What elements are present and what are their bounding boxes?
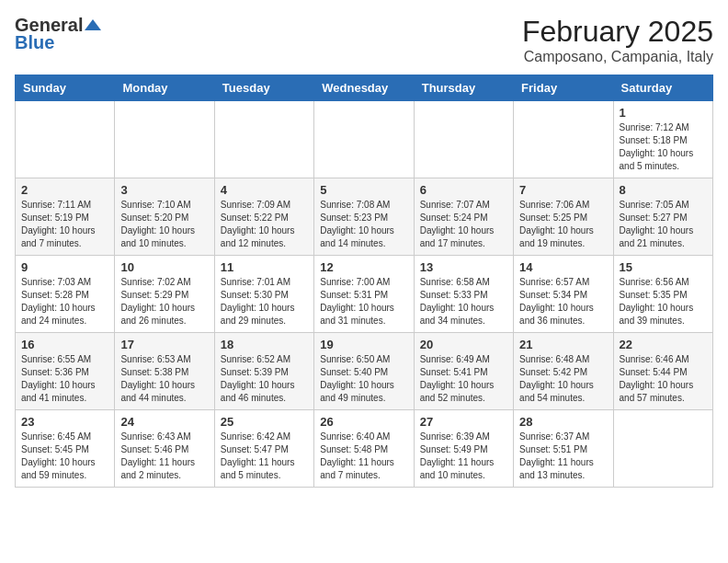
calendar-cell: 11Sunrise: 7:01 AM Sunset: 5:30 PM Dayli… xyxy=(214,256,313,333)
day-number: 15 xyxy=(620,260,707,274)
day-number: 1 xyxy=(620,106,707,120)
day-info: Sunrise: 6:52 AM Sunset: 5:39 PM Dayligh… xyxy=(221,353,308,405)
calendar-cell: 12Sunrise: 7:00 AM Sunset: 5:31 PM Dayli… xyxy=(314,256,414,333)
day-info: Sunrise: 6:55 AM Sunset: 5:36 PM Dayligh… xyxy=(21,353,108,405)
day-info: Sunrise: 7:12 AM Sunset: 5:18 PM Dayligh… xyxy=(620,121,707,173)
calendar-header-thursday: Thursday xyxy=(414,75,513,101)
calendar-cell: 14Sunrise: 6:57 AM Sunset: 5:34 PM Dayli… xyxy=(514,256,613,333)
calendar-cell xyxy=(115,101,214,178)
calendar-cell xyxy=(613,410,712,488)
calendar-cell: 27Sunrise: 6:39 AM Sunset: 5:49 PM Dayli… xyxy=(414,410,513,488)
calendar-week-row: 2Sunrise: 7:11 AM Sunset: 5:19 PM Daylig… xyxy=(16,178,713,256)
calendar-cell: 1Sunrise: 7:12 AM Sunset: 5:18 PM Daylig… xyxy=(613,101,712,178)
day-info: Sunrise: 7:10 AM Sunset: 5:20 PM Dayligh… xyxy=(120,199,208,250)
day-info: Sunrise: 7:11 AM Sunset: 5:19 PM Dayligh… xyxy=(21,199,108,250)
day-info: Sunrise: 7:01 AM Sunset: 5:30 PM Dayligh… xyxy=(221,276,308,327)
calendar-cell: 5Sunrise: 7:08 AM Sunset: 5:23 PM Daylig… xyxy=(314,178,414,256)
calendar-week-row: 16Sunrise: 6:55 AM Sunset: 5:36 PM Dayli… xyxy=(16,333,713,410)
day-info: Sunrise: 7:03 AM Sunset: 5:28 PM Dayligh… xyxy=(21,276,108,327)
calendar-header-wednesday: Wednesday xyxy=(314,75,414,101)
day-number: 18 xyxy=(221,338,308,351)
calendar-header-sunday: Sunday xyxy=(16,75,115,101)
day-number: 23 xyxy=(21,415,108,429)
day-number: 9 xyxy=(21,260,108,274)
page-header: General Blue February 2025 Camposano, Ca… xyxy=(15,15,713,65)
day-number: 10 xyxy=(120,260,208,274)
calendar-cell: 20Sunrise: 6:49 AM Sunset: 5:41 PM Dayli… xyxy=(414,333,513,410)
day-info: Sunrise: 6:48 AM Sunset: 5:42 PM Dayligh… xyxy=(519,353,607,405)
day-number: 19 xyxy=(320,338,407,351)
calendar-cell: 17Sunrise: 6:53 AM Sunset: 5:38 PM Dayli… xyxy=(115,333,214,410)
calendar-header-monday: Monday xyxy=(115,75,214,101)
day-info: Sunrise: 6:50 AM Sunset: 5:40 PM Dayligh… xyxy=(320,353,407,405)
calendar-table: SundayMondayTuesdayWednesdayThursdayFrid… xyxy=(15,75,713,488)
day-info: Sunrise: 6:40 AM Sunset: 5:48 PM Dayligh… xyxy=(320,431,407,482)
logo-icon xyxy=(85,17,101,34)
day-number: 13 xyxy=(420,260,507,274)
day-number: 12 xyxy=(320,260,407,274)
calendar-cell: 13Sunrise: 6:58 AM Sunset: 5:33 PM Dayli… xyxy=(414,256,513,333)
calendar-cell: 21Sunrise: 6:48 AM Sunset: 5:42 PM Dayli… xyxy=(514,333,613,410)
day-info: Sunrise: 7:09 AM Sunset: 5:22 PM Dayligh… xyxy=(221,199,308,250)
day-info: Sunrise: 7:06 AM Sunset: 5:25 PM Dayligh… xyxy=(519,199,607,250)
day-info: Sunrise: 6:39 AM Sunset: 5:49 PM Dayligh… xyxy=(420,431,507,482)
calendar-cell xyxy=(414,101,513,178)
day-number: 8 xyxy=(620,183,707,197)
calendar-cell: 15Sunrise: 6:56 AM Sunset: 5:35 PM Dayli… xyxy=(613,256,712,333)
day-info: Sunrise: 6:46 AM Sunset: 5:44 PM Dayligh… xyxy=(620,353,707,405)
day-number: 21 xyxy=(519,338,607,351)
day-info: Sunrise: 6:53 AM Sunset: 5:38 PM Dayligh… xyxy=(120,353,208,405)
calendar-week-row: 23Sunrise: 6:45 AM Sunset: 5:45 PM Dayli… xyxy=(16,410,713,488)
day-info: Sunrise: 7:08 AM Sunset: 5:23 PM Dayligh… xyxy=(320,199,407,250)
day-info: Sunrise: 6:56 AM Sunset: 5:35 PM Dayligh… xyxy=(620,276,707,327)
day-number: 24 xyxy=(120,415,208,429)
calendar-cell: 8Sunrise: 7:05 AM Sunset: 5:27 PM Daylig… xyxy=(613,178,712,256)
logo: General Blue xyxy=(15,15,101,53)
calendar-cell: 16Sunrise: 6:55 AM Sunset: 5:36 PM Dayli… xyxy=(16,333,115,410)
svg-marker-0 xyxy=(85,19,101,30)
day-number: 3 xyxy=(120,183,208,197)
calendar-cell: 24Sunrise: 6:43 AM Sunset: 5:46 PM Dayli… xyxy=(115,410,214,488)
day-number: 11 xyxy=(221,260,308,274)
calendar-cell: 6Sunrise: 7:07 AM Sunset: 5:24 PM Daylig… xyxy=(414,178,513,256)
day-info: Sunrise: 6:43 AM Sunset: 5:46 PM Dayligh… xyxy=(120,431,208,482)
calendar-cell: 10Sunrise: 7:02 AM Sunset: 5:29 PM Dayli… xyxy=(115,256,214,333)
calendar-cell: 2Sunrise: 7:11 AM Sunset: 5:19 PM Daylig… xyxy=(16,178,115,256)
day-info: Sunrise: 6:42 AM Sunset: 5:47 PM Dayligh… xyxy=(221,431,308,482)
calendar-cell: 4Sunrise: 7:09 AM Sunset: 5:22 PM Daylig… xyxy=(214,178,313,256)
day-number: 4 xyxy=(221,183,308,197)
day-info: Sunrise: 6:37 AM Sunset: 5:51 PM Dayligh… xyxy=(519,431,607,482)
calendar-cell xyxy=(16,101,115,178)
day-info: Sunrise: 7:07 AM Sunset: 5:24 PM Dayligh… xyxy=(420,199,507,250)
day-info: Sunrise: 6:57 AM Sunset: 5:34 PM Dayligh… xyxy=(519,276,607,327)
logo-text-blue: Blue xyxy=(15,32,54,53)
calendar-cell xyxy=(314,101,414,178)
day-number: 20 xyxy=(420,338,507,351)
day-number: 25 xyxy=(221,415,308,429)
calendar-cell: 19Sunrise: 6:50 AM Sunset: 5:40 PM Dayli… xyxy=(314,333,414,410)
day-info: Sunrise: 6:45 AM Sunset: 5:45 PM Dayligh… xyxy=(21,431,108,482)
calendar-cell: 28Sunrise: 6:37 AM Sunset: 5:51 PM Dayli… xyxy=(514,410,613,488)
calendar-cell: 26Sunrise: 6:40 AM Sunset: 5:48 PM Dayli… xyxy=(314,410,414,488)
day-number: 17 xyxy=(120,338,208,351)
day-number: 22 xyxy=(620,338,707,351)
calendar-cell xyxy=(214,101,313,178)
day-number: 2 xyxy=(21,183,108,197)
calendar-cell: 7Sunrise: 7:06 AM Sunset: 5:25 PM Daylig… xyxy=(514,178,613,256)
day-info: Sunrise: 7:02 AM Sunset: 5:29 PM Dayligh… xyxy=(120,276,208,327)
day-info: Sunrise: 6:49 AM Sunset: 5:41 PM Dayligh… xyxy=(420,353,507,405)
day-number: 5 xyxy=(320,183,407,197)
month-title: February 2025 xyxy=(522,15,713,49)
day-number: 28 xyxy=(519,415,607,429)
calendar-header-tuesday: Tuesday xyxy=(214,75,313,101)
calendar-header-saturday: Saturday xyxy=(613,75,712,101)
calendar-week-row: 9Sunrise: 7:03 AM Sunset: 5:28 PM Daylig… xyxy=(16,256,713,333)
day-number: 14 xyxy=(519,260,607,274)
day-number: 26 xyxy=(320,415,407,429)
calendar-cell: 9Sunrise: 7:03 AM Sunset: 5:28 PM Daylig… xyxy=(16,256,115,333)
calendar-cell: 3Sunrise: 7:10 AM Sunset: 5:20 PM Daylig… xyxy=(115,178,214,256)
calendar-cell: 18Sunrise: 6:52 AM Sunset: 5:39 PM Dayli… xyxy=(214,333,313,410)
day-info: Sunrise: 7:00 AM Sunset: 5:31 PM Dayligh… xyxy=(320,276,407,327)
day-number: 16 xyxy=(21,338,108,351)
location-title: Camposano, Campania, Italy xyxy=(522,49,713,65)
